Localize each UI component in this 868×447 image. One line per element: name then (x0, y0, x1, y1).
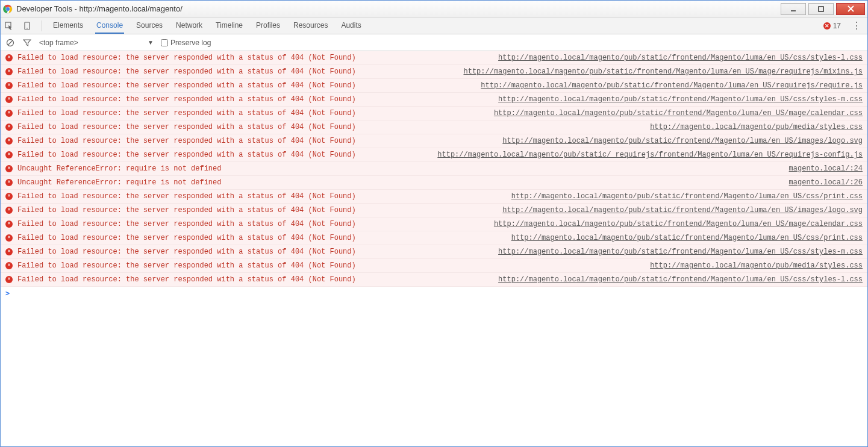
error-message: Failed to load resource: the server resp… (17, 80, 356, 91)
preserve-log-checkbox[interactable] (161, 39, 168, 46)
divider (42, 20, 42, 31)
error-message: Failed to load resource: the server resp… (17, 219, 356, 230)
error-icon: ✕ (5, 220, 13, 228)
error-source-link[interactable]: http://magento.local/magento/pub/static/… (511, 191, 863, 202)
error-message: Failed to load resource: the server resp… (17, 274, 356, 285)
error-source-link[interactable]: http://magento.local/magento/pub/static/… (498, 94, 863, 105)
console-error-row[interactable]: ✕Failed to load resource: the server res… (1, 134, 867, 148)
error-icon: ✕ (5, 68, 13, 75)
tab-sources[interactable]: Sources (135, 17, 164, 34)
error-icon: ✕ (5, 165, 13, 172)
error-icon: ✕ (5, 123, 13, 131)
svg-line-11 (8, 40, 13, 45)
error-icon: ✕ (5, 54, 13, 61)
console-filter-bar: <top frame> ▼ Preserve log (1, 34, 867, 51)
error-icon: ✕ (5, 179, 13, 186)
console-error-row[interactable]: ✕Failed to load resource: the server res… (1, 93, 867, 107)
tab-timeline[interactable]: Timeline (214, 17, 244, 34)
kebab-menu-icon[interactable]: ⋮ (849, 20, 864, 31)
console-error-row[interactable]: ✕Failed to load resource: the server res… (1, 245, 867, 259)
console-output[interactable]: ✕Failed to load resource: the server res… (1, 51, 867, 446)
error-icon: ✕ (5, 276, 13, 283)
filter-icon[interactable] (22, 38, 32, 48)
error-message: Failed to load resource: the server resp… (17, 233, 356, 243)
error-source-link[interactable]: http://magento.local/magento/pub/static/… (437, 149, 863, 160)
error-source-link[interactable]: magento.local/:24 (789, 163, 863, 174)
console-error-row[interactable]: ✕Failed to load resource: the server res… (1, 79, 867, 93)
tab-resources[interactable]: Resources (292, 17, 329, 34)
error-icon: ✕ (5, 193, 13, 200)
preserve-log-label: Preserve log (170, 39, 211, 47)
window-controls (781, 3, 865, 15)
tab-profiles[interactable]: Profiles (255, 17, 281, 34)
console-error-row[interactable]: ✕Failed to load resource: the server res… (1, 231, 867, 245)
error-source-link[interactable]: http://magento.local/magento/pub/static/… (494, 219, 863, 230)
error-message: Uncaught ReferenceError: require is not … (17, 177, 221, 188)
error-source-link[interactable]: http://magento.local/magento/pub/static/… (463, 66, 863, 77)
error-source-link[interactable]: http://magento.local/magento/pub/static/… (498, 52, 863, 63)
clear-console-icon[interactable] (5, 38, 15, 48)
error-source-link[interactable]: http://magento.local/magento/pub/static/… (498, 246, 863, 257)
error-source-link[interactable]: http://magento.local/magento/pub/media/s… (650, 122, 863, 133)
error-message: Failed to load resource: the server resp… (17, 149, 356, 160)
error-message: Failed to load resource: the server resp… (17, 66, 356, 77)
error-icon: ✕ (5, 234, 13, 242)
preserve-log-toggle[interactable]: Preserve log (161, 39, 211, 47)
window-title: Developer Tools - http://magento.local/m… (16, 4, 183, 13)
console-error-row[interactable]: ✕Failed to load resource: the server res… (1, 273, 867, 287)
tab-console[interactable]: Console (95, 17, 124, 34)
error-icon: ✕ (5, 207, 13, 214)
console-error-row[interactable]: ✕Failed to load resource: the server res… (1, 107, 867, 120)
console-error-row[interactable]: ✕Failed to load resource: the server res… (1, 259, 867, 273)
error-icon: ✕ (823, 22, 831, 30)
console-error-row[interactable]: ✕Failed to load resource: the server res… (1, 190, 867, 204)
maximize-button[interactable] (808, 3, 834, 15)
error-source-link[interactable]: http://magento.local/magento/pub/media/s… (650, 260, 863, 271)
svg-rect-4 (819, 7, 823, 11)
error-message: Failed to load resource: the server resp… (17, 108, 356, 119)
error-source-link[interactable]: http://magento.local/magento/pub/static/… (498, 274, 863, 285)
svg-point-9 (27, 28, 28, 29)
console-error-row[interactable]: ✕Uncaught ReferenceError: require is not… (1, 162, 867, 176)
error-message: Failed to load resource: the server resp… (17, 136, 356, 146)
error-icon: ✕ (5, 137, 13, 145)
frame-selector-label: <top frame> (39, 39, 78, 47)
error-source-link[interactable]: http://magento.local/magento/pub/static/… (481, 80, 863, 91)
console-error-row[interactable]: ✕Uncaught ReferenceError: require is not… (1, 176, 867, 190)
prompt-caret-icon: > (5, 289, 10, 298)
close-button[interactable] (836, 3, 865, 15)
console-prompt[interactable]: > (1, 287, 867, 300)
console-error-row[interactable]: ✕Failed to load resource: the server res… (1, 204, 867, 217)
error-source-link[interactable]: http://magento.local/magento/pub/static/… (494, 108, 863, 119)
error-message: Failed to load resource: the server resp… (17, 52, 356, 63)
error-message: Uncaught ReferenceError: require is not … (17, 163, 221, 174)
device-mode-icon[interactable] (22, 21, 32, 31)
devtools-tabbar: ElementsConsoleSourcesNetworkTimelinePro… (1, 17, 867, 34)
tab-audits[interactable]: Audits (340, 17, 362, 34)
inspect-element-icon[interactable] (4, 21, 14, 31)
error-count-badge[interactable]: ✕ 17 (823, 22, 841, 30)
error-source-link[interactable]: http://magento.local/magento/pub/static/… (502, 136, 863, 146)
console-error-row[interactable]: ✕Failed to load resource: the server res… (1, 148, 867, 162)
error-icon: ✕ (5, 151, 13, 158)
frame-selector[interactable]: <top frame> ▼ (39, 39, 154, 47)
console-error-row[interactable]: ✕Failed to load resource: the server res… (1, 51, 867, 65)
error-message: Failed to load resource: the server resp… (17, 260, 356, 271)
minimize-button[interactable] (781, 3, 806, 15)
error-source-link[interactable]: http://magento.local/magento/pub/static/… (511, 233, 863, 243)
error-source-link[interactable]: magento.local/:26 (789, 177, 863, 188)
error-source-link[interactable]: http://magento.local/magento/pub/static/… (502, 205, 863, 216)
error-icon: ✕ (5, 248, 13, 255)
console-error-row[interactable]: ✕Failed to load resource: the server res… (1, 217, 867, 231)
error-message: Failed to load resource: the server resp… (17, 191, 356, 202)
error-count-value: 17 (833, 22, 841, 30)
error-message: Failed to load resource: the server resp… (17, 122, 356, 133)
console-error-row[interactable]: ✕Failed to load resource: the server res… (1, 65, 867, 79)
error-icon: ✕ (5, 110, 13, 117)
tab-network[interactable]: Network (175, 17, 204, 34)
console-input[interactable] (13, 289, 863, 298)
console-error-row[interactable]: ✕Failed to load resource: the server res… (1, 120, 867, 134)
error-message: Failed to load resource: the server resp… (17, 205, 356, 216)
tab-elements[interactable]: Elements (52, 17, 84, 34)
chrome-icon (3, 4, 13, 14)
